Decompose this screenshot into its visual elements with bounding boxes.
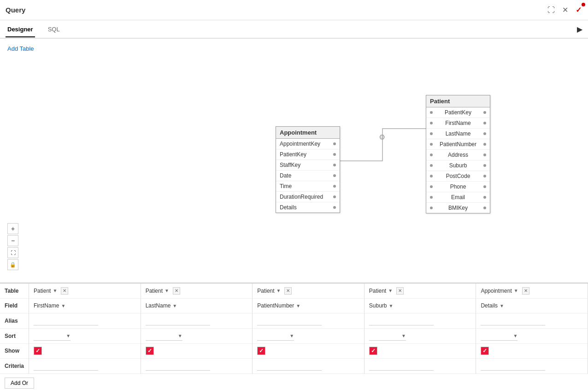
table-close-5[interactable]: ✕ bbox=[522, 287, 529, 295]
fit-button[interactable]: ⛶ bbox=[7, 247, 18, 258]
field-arrow-1: ▼ bbox=[61, 303, 65, 308]
sort-select-5[interactable]: ▼ bbox=[481, 331, 517, 341]
close-button[interactable]: ✕ bbox=[561, 5, 569, 15]
table-select-2[interactable]: Patient ▼ ✕ bbox=[146, 287, 180, 295]
field-date[interactable]: Date bbox=[276, 171, 340, 181]
field-appointmentkey[interactable]: AppointmentKey bbox=[276, 139, 340, 149]
table-close-3[interactable]: ✕ bbox=[284, 287, 292, 295]
sort-row-label: Sort bbox=[0, 328, 29, 343]
show-checkbox-1[interactable] bbox=[34, 347, 42, 355]
alias-row-label: Alias bbox=[0, 313, 29, 328]
field-col-5: Details ▼ bbox=[476, 298, 588, 313]
sort-select-3[interactable]: ▼ bbox=[257, 331, 294, 341]
field-time[interactable]: Time bbox=[276, 181, 340, 192]
alias-input-1[interactable] bbox=[34, 316, 98, 325]
alias-input-2[interactable] bbox=[146, 316, 210, 325]
sort-arrow-5: ▼ bbox=[513, 333, 518, 338]
zoom-in-button[interactable]: + bbox=[7, 223, 18, 234]
table-row: Table Patient ▼ ✕ Patient ▼ ✕ bbox=[0, 284, 588, 298]
field-firstname[interactable]: FirstName bbox=[426, 118, 490, 129]
field-dot-lastname-r bbox=[483, 132, 486, 135]
field-arrow-2: ▼ bbox=[172, 303, 177, 308]
sort-arrow-1: ▼ bbox=[66, 333, 71, 338]
field-select-3[interactable]: PatientNumber ▼ bbox=[257, 302, 300, 309]
criteria-input-5[interactable] bbox=[481, 361, 545, 371]
alias-input-4[interactable] bbox=[369, 316, 434, 325]
sort-col-2: ▼ bbox=[141, 328, 253, 343]
field-address[interactable]: Address bbox=[426, 150, 490, 160]
field-durationrequired[interactable]: DurationRequired bbox=[276, 192, 340, 202]
show-checkbox-3[interactable] bbox=[257, 347, 265, 355]
table-arrow-2: ▼ bbox=[165, 288, 169, 293]
field-email[interactable]: Email bbox=[426, 192, 490, 203]
table-select-3[interactable]: Patient ▼ ✕ bbox=[257, 287, 292, 295]
field-dot-date bbox=[333, 174, 336, 177]
table-col-5: Appointment ▼ ✕ bbox=[476, 284, 588, 298]
table-close-1[interactable]: ✕ bbox=[61, 287, 68, 295]
field-dot-details bbox=[333, 206, 336, 209]
show-checkbox-4[interactable] bbox=[369, 347, 377, 355]
alias-col-1 bbox=[29, 313, 141, 328]
field-select-4[interactable]: Suburb ▼ bbox=[369, 302, 394, 309]
zoom-out-button[interactable]: − bbox=[7, 235, 18, 246]
field-staffkey[interactable]: StaffKey bbox=[276, 160, 340, 171]
show-checkbox-5[interactable] bbox=[481, 347, 489, 355]
confirm-button[interactable]: ✓ bbox=[575, 5, 582, 15]
table-col-4: Patient ▼ ✕ bbox=[364, 284, 476, 298]
field-select-5[interactable]: Details ▼ bbox=[481, 302, 504, 309]
field-bmikey[interactable]: BMIKey bbox=[426, 203, 490, 213]
field-patientkey[interactable]: PatientKey bbox=[276, 149, 340, 160]
sort-arrow-3: ▼ bbox=[289, 333, 294, 338]
alias-col-3 bbox=[253, 313, 365, 328]
table-close-4[interactable]: ✕ bbox=[396, 287, 404, 295]
field-patientnumber[interactable]: PatientNumber bbox=[426, 139, 490, 150]
field-dot-appointmentkey bbox=[333, 142, 336, 145]
criteria-input-1[interactable] bbox=[34, 361, 98, 371]
field-lastname[interactable]: LastName bbox=[426, 129, 490, 139]
field-suburb[interactable]: Suburb bbox=[426, 160, 490, 171]
alias-input-3[interactable] bbox=[257, 316, 322, 325]
field-dot-postcode-l bbox=[430, 175, 433, 177]
criteria-col-5 bbox=[476, 358, 588, 373]
table-arrow-4: ▼ bbox=[388, 288, 393, 293]
table-close-2[interactable]: ✕ bbox=[173, 287, 180, 295]
fullscreen-button[interactable]: ⛶ bbox=[547, 5, 556, 15]
show-row-label: Show bbox=[0, 343, 29, 358]
criteria-input-4[interactable] bbox=[369, 361, 434, 371]
field-dot-staffkey bbox=[333, 164, 336, 166]
patient-table-header[interactable]: Patient bbox=[426, 95, 490, 107]
field-dot-lastname-l bbox=[430, 132, 433, 135]
criteria-input-2[interactable] bbox=[146, 361, 210, 371]
table-select-4[interactable]: Patient ▼ ✕ bbox=[369, 287, 404, 295]
show-checkbox-2[interactable] bbox=[146, 347, 154, 355]
field-dot-patientkey bbox=[333, 153, 336, 156]
field-phone[interactable]: Phone bbox=[426, 182, 490, 192]
criteria-input-3[interactable] bbox=[257, 361, 322, 371]
appointment-table-header[interactable]: Appointment bbox=[276, 127, 340, 139]
lock-button[interactable]: 🔒 bbox=[7, 259, 18, 270]
field-details[interactable]: Details bbox=[276, 202, 340, 213]
tab-sql[interactable]: SQL bbox=[46, 22, 62, 37]
show-col-3 bbox=[253, 343, 365, 358]
field-postcode[interactable]: PostCode bbox=[426, 171, 490, 182]
sort-arrow-2: ▼ bbox=[178, 333, 182, 338]
sort-select-1[interactable]: ▼ bbox=[34, 331, 71, 341]
field-select-2[interactable]: LastName ▼ bbox=[146, 302, 177, 309]
appointment-table-node: Appointment AppointmentKey PatientKey St… bbox=[276, 126, 340, 213]
field-dot-address-l bbox=[430, 154, 433, 156]
table-select-5[interactable]: Appointment ▼ ✕ bbox=[481, 287, 529, 295]
field-dot-bmikey-r bbox=[483, 207, 486, 209]
alias-input-5[interactable] bbox=[481, 316, 545, 325]
tab-designer[interactable]: Designer bbox=[6, 22, 35, 37]
field-patientkey-p[interactable]: PatientKey bbox=[426, 107, 490, 118]
field-select-1[interactable]: FirstName ▼ bbox=[34, 302, 65, 309]
field-dot-email-l bbox=[430, 196, 433, 199]
table-select-1[interactable]: Patient ▼ ✕ bbox=[34, 287, 68, 295]
title-bar-actions: ⛶ ✕ ✓ bbox=[547, 5, 582, 15]
add-table-link[interactable]: Add Table bbox=[7, 45, 34, 52]
sort-select-4[interactable]: ▼ bbox=[369, 331, 406, 341]
join-settings-icon[interactable]: ⚙ bbox=[379, 133, 385, 142]
sort-select-2[interactable]: ▼ bbox=[146, 331, 182, 341]
run-button[interactable]: ▶ bbox=[577, 25, 582, 34]
add-or-button[interactable]: Add Or bbox=[5, 378, 34, 389]
